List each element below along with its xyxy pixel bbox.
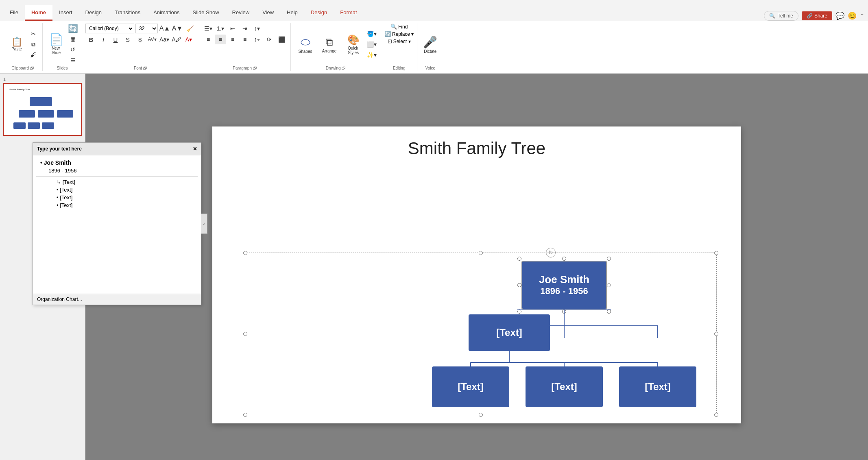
slide-canvas[interactable]: Smith Family Tree ↻ [212, 126, 741, 423]
tab-design[interactable]: Design [79, 5, 108, 21]
handle-tr[interactable] [714, 251, 718, 255]
line-spacing-button[interactable]: ↕▾ [251, 24, 263, 33]
ribbon: File Home Insert Design Transitions Anim… [0, 0, 868, 74]
text-case-button[interactable]: Aa▾ [159, 35, 170, 44]
share-label: Share [814, 13, 827, 19]
align-left-button[interactable]: ≡ [203, 35, 214, 44]
handle-br[interactable] [714, 413, 718, 417]
replace-icon: 🔄 [384, 31, 391, 37]
handle-bl[interactable] [243, 413, 247, 417]
font-name-select[interactable]: Calibri (Body) [85, 24, 134, 33]
underline-button[interactable]: U [110, 35, 121, 44]
increase-font-button[interactable]: A▲ [159, 24, 170, 33]
shape-effects-button[interactable]: ✨▾ [366, 50, 377, 60]
tab-insert[interactable]: Insert [52, 5, 79, 21]
section-button[interactable]: ☰ [67, 55, 79, 65]
slide-thumbnail[interactable]: Smith Family Tree [3, 83, 82, 136]
root-handle-tl[interactable] [517, 257, 521, 261]
decrease-font-button[interactable]: A▼ [172, 24, 183, 33]
org-level3-node-2[interactable]: [Text] [526, 366, 603, 407]
quick-styles-button[interactable]: 🎨 QuickStyles [342, 33, 364, 57]
text-pane-footer[interactable]: Organization Chart... [85, 294, 201, 305]
increase-indent-button[interactable]: ⇥ [239, 24, 251, 33]
share-button[interactable]: 🔗 Share [802, 11, 832, 20]
replace-button[interactable]: Replace ▾ [392, 31, 414, 37]
level3-node3-text: [Text] [645, 381, 671, 392]
text-pane-close-button[interactable]: × [193, 145, 197, 153]
tab-view[interactable]: View [256, 5, 280, 21]
copy-button[interactable]: ⧉ [28, 39, 39, 49]
tab-design2[interactable]: Design [304, 5, 334, 21]
root-handle-bc[interactable] [562, 310, 566, 314]
org-level2-node[interactable]: [Text] [469, 314, 550, 351]
handle-tc[interactable] [479, 251, 483, 255]
layout-button[interactable]: ▦ [67, 34, 79, 44]
justify-button[interactable]: ≡ [239, 35, 251, 44]
dictate-button[interactable]: 🎤 Dictate [421, 34, 440, 55]
level2-node-text: [Text] [496, 327, 522, 338]
char-spacing-button[interactable]: AV▾ [146, 35, 158, 44]
highlight-color-button[interactable]: A🖊 [171, 35, 182, 44]
root-handle-bl[interactable] [517, 310, 521, 314]
org-level3-node-3[interactable]: [Text] [619, 366, 696, 407]
comment-button[interactable]: 💬 [835, 11, 844, 20]
columns-button[interactable]: ⫾▾ [251, 35, 263, 44]
shapes-button[interactable]: ⬭ Shapes [294, 34, 316, 55]
drawing-label: Drawing 🗗 [326, 65, 346, 70]
align-right-button[interactable]: ≡ [227, 35, 238, 44]
root-handle-tc[interactable] [562, 257, 566, 261]
reset-button[interactable]: ↺ [67, 45, 79, 55]
root-handle-tr[interactable] [607, 257, 611, 261]
cut-button[interactable]: ✂ [28, 29, 39, 39]
handle-tl[interactable] [243, 251, 247, 255]
tab-review[interactable]: Review [226, 5, 256, 21]
reuse-slides-button[interactable]: 🔄 [67, 24, 79, 33]
new-slide-button[interactable]: 📄 NewSlide [46, 33, 66, 57]
slide-number: 1 [3, 77, 82, 82]
font-size-select[interactable]: 32 [135, 24, 158, 33]
tab-home[interactable]: Home [25, 5, 52, 21]
tab-animations[interactable]: Animations [147, 5, 186, 21]
handle-mr[interactable] [714, 332, 718, 336]
org-root-node[interactable]: Joe Smith 1896 - 1956 [521, 261, 607, 310]
user-icon[interactable]: 😊 [848, 11, 857, 20]
align-center-button[interactable]: ≡ [215, 35, 226, 44]
level3-node2-text: [Text] [551, 381, 577, 392]
font-color-button[interactable]: A▾ [183, 35, 194, 44]
find-button[interactable]: Find [398, 24, 408, 30]
org-level3-node-1[interactable]: [Text] [432, 366, 509, 407]
italic-button[interactable]: I [98, 35, 109, 44]
paste-button[interactable]: 📋 Paste [7, 36, 27, 53]
tab-file[interactable]: File [3, 5, 25, 21]
text-pane-item-4: [Text] [85, 186, 198, 194]
text-direction-button[interactable]: ⟳ [264, 35, 275, 44]
format-painter-button[interactable]: 🖌 [28, 50, 39, 60]
tab-help[interactable]: Help [280, 5, 304, 21]
tab-slideshow[interactable]: Slide Show [186, 5, 225, 21]
strikethrough-button[interactable]: S [122, 35, 133, 44]
bold-button[interactable]: B [85, 35, 97, 44]
shape-fill-button[interactable]: 🪣▾ [366, 29, 377, 39]
root-handle-br[interactable] [607, 310, 611, 314]
decrease-indent-button[interactable]: ⇤ [227, 24, 238, 33]
search-bar[interactable]: 🔍 Tell me [764, 11, 798, 21]
handle-bc[interactable] [479, 413, 483, 417]
clear-format-button[interactable]: 🧹 [184, 24, 196, 33]
handle-ml[interactable] [243, 332, 247, 336]
shadow-button[interactable]: S [134, 35, 146, 44]
arrange-button[interactable]: ⧉ Arrange [318, 34, 340, 55]
text-pane-collapse-button[interactable]: › [201, 214, 207, 234]
voice-label: Voice [425, 65, 435, 70]
smart-art-button[interactable]: ⬛ [276, 35, 287, 44]
tab-transitions[interactable]: Transitions [108, 5, 147, 21]
tab-format[interactable]: Format [334, 5, 363, 21]
select-button[interactable]: Select ▾ [393, 39, 411, 44]
root-handle-ml[interactable] [517, 283, 521, 287]
slides-label: Slides [57, 65, 68, 70]
root-handle-mr[interactable] [607, 283, 611, 287]
numbering-button[interactable]: 1.▾ [215, 24, 226, 33]
paragraph-group: ☰▾ 1.▾ ⇤ ⇥ ↕▾ ≡ ≡ ≡ ≡ ⫾▾ ⟳ ⬛ Paragraph 🗗 [199, 23, 291, 71]
bullets-button[interactable]: ☰▾ [203, 24, 214, 33]
ribbon-collapse[interactable]: ⌃ [860, 13, 865, 19]
shape-outline-button[interactable]: ⬜▾ [366, 39, 377, 49]
